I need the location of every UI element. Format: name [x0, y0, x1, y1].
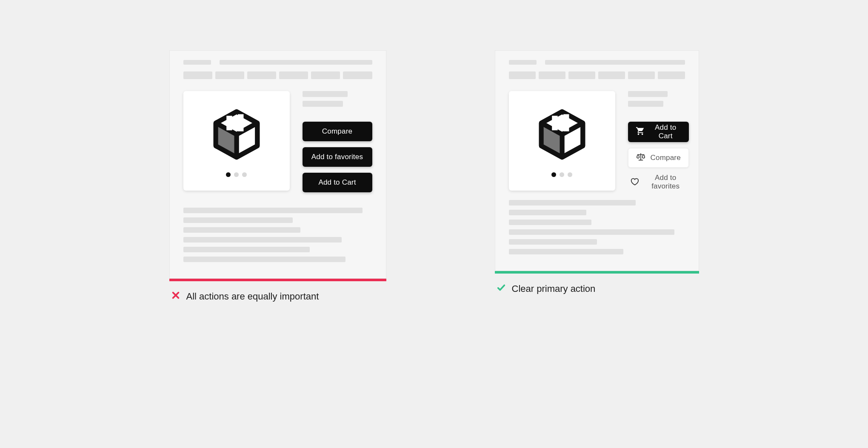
cart-icon: [636, 126, 645, 138]
carousel-dot[interactable]: [551, 172, 556, 177]
caption-text: Clear primary action: [512, 283, 596, 294]
cross-icon: [171, 291, 180, 302]
bad-caption: All actions are equally important: [169, 291, 386, 302]
heart-icon: [630, 177, 639, 188]
button-label: Add to favorites: [644, 174, 687, 191]
button-label: Compare: [322, 127, 352, 136]
carousel-dot[interactable]: [234, 172, 239, 177]
good-caption: Clear primary action: [495, 283, 699, 295]
title-placeholder: [628, 91, 689, 111]
add-to-cart-button[interactable]: Add to Cart: [628, 122, 689, 142]
actions-column: Compare Add to favorites Add to Cart: [303, 91, 372, 198]
carousel-dots[interactable]: [551, 172, 572, 177]
status-underline-good: [495, 271, 699, 274]
box-icon: [211, 108, 263, 160]
mock-header: [509, 60, 685, 67]
mock-nav: [183, 71, 372, 79]
carousel-dots[interactable]: [226, 172, 247, 177]
caption-text: All actions are equally important: [186, 291, 319, 302]
mock-header: [183, 60, 372, 67]
button-label: Add to favorites: [311, 153, 363, 161]
compare-button[interactable]: Compare: [628, 148, 689, 168]
good-mockup: Add to Cart Compare: [495, 50, 699, 271]
button-label: Add to Cart: [318, 178, 356, 187]
mock-nav: [509, 71, 685, 79]
carousel-dot[interactable]: [226, 172, 231, 177]
product-card: [183, 91, 290, 191]
actions-column: Add to Cart Compare: [628, 91, 689, 191]
button-label: Add to Cart: [650, 123, 681, 140]
check-icon: [497, 283, 506, 295]
carousel-dot[interactable]: [568, 172, 572, 177]
box-icon: [536, 108, 588, 160]
title-placeholder: [303, 91, 372, 111]
bad-mockup: Compare Add to favorites Add to Cart: [169, 50, 386, 279]
carousel-dot[interactable]: [242, 172, 247, 177]
add-to-cart-button[interactable]: Add to Cart: [303, 173, 372, 192]
status-underline-bad: [169, 279, 386, 281]
scales-icon: [636, 152, 645, 164]
good-example: Add to Cart Compare: [495, 50, 699, 295]
favorites-button[interactable]: Add to favorites: [628, 174, 689, 191]
product-card: [509, 91, 615, 191]
favorites-button[interactable]: Add to favorites: [303, 147, 372, 167]
bad-example: Compare Add to favorites Add to Cart All: [169, 50, 386, 302]
carousel-dot[interactable]: [560, 172, 564, 177]
button-label: Compare: [651, 154, 681, 162]
compare-button[interactable]: Compare: [303, 122, 372, 141]
description-placeholder: [183, 208, 372, 266]
description-placeholder: [509, 200, 685, 259]
